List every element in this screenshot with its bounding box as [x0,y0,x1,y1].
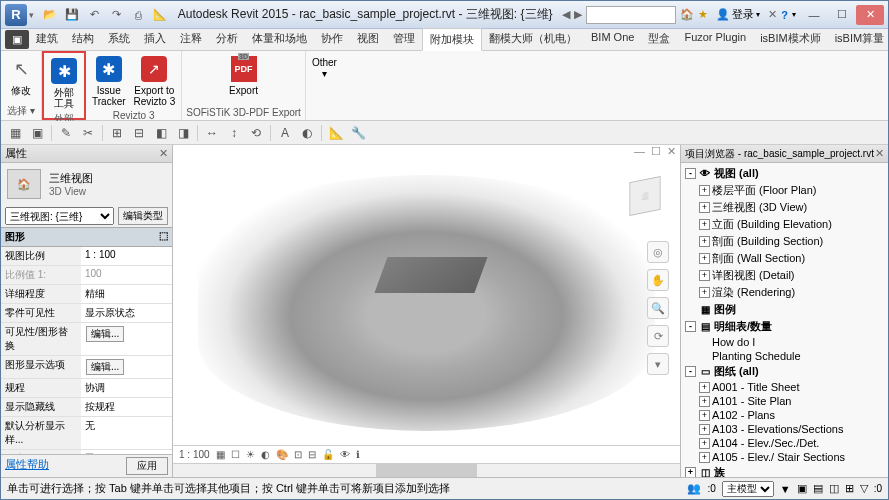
pan-icon[interactable]: ✋ [647,269,669,291]
tree-toggle-icon[interactable]: + [699,270,710,281]
tree-toggle-icon[interactable]: - [685,321,696,332]
workset-selector[interactable]: 主模型 [722,481,774,497]
tree-toggle-icon[interactable]: - [685,168,696,179]
props-row[interactable]: 零件可见性显示原状态 [1,304,172,323]
horizontal-scrollbar[interactable] [173,463,680,477]
viewcube[interactable]: ⬜ [620,171,670,221]
close-icon[interactable]: ✕ [159,147,168,160]
tree-item[interactable]: -▤明细表/数量 [683,318,886,335]
shadows-icon[interactable]: ◐ [261,449,270,460]
sb-sel3-icon[interactable]: ◫ [829,482,839,495]
tab-0[interactable]: 建筑 [29,28,65,51]
tb-btn-8[interactable]: ◨ [173,123,193,143]
tb-btn-12[interactable]: A [275,123,295,143]
tb-btn-15[interactable]: 🔧 [348,123,368,143]
edit-type-button[interactable]: 编辑类型 [118,207,168,225]
favorite-icon[interactable]: ★ [698,8,708,21]
qat-print-icon[interactable]: ⎙ [130,7,146,23]
hide-icon[interactable]: 👁 [340,449,350,460]
tree-item[interactable]: +A001 - Title Sheet [683,380,886,394]
props-row[interactable]: 图形显示选项编辑... [1,356,172,379]
qat-undo-icon[interactable]: ↶ [86,7,102,23]
tree-toggle-icon[interactable]: + [699,219,710,230]
tab-4[interactable]: 注释 [173,28,209,51]
zoom-icon[interactable]: 🔍 [647,297,669,319]
visual-style-icon[interactable]: ☐ [231,449,240,460]
tree-item[interactable]: +渲染 (Rendering) [683,284,886,301]
tb-btn-7[interactable]: ◧ [151,123,171,143]
tree-toggle-icon[interactable]: + [699,382,710,393]
qat-measure-icon[interactable]: 📐 [152,7,168,23]
tb-btn-1[interactable]: ▦ [5,123,25,143]
tree-toggle-icon[interactable]: - [685,366,696,377]
tab-11[interactable]: 翻模大师（机电） [482,28,584,51]
3d-canvas[interactable]: ⬜ ◎ ✋ 🔍 ⟳ ▾ [173,161,680,445]
tb-btn-5[interactable]: ⊞ [107,123,127,143]
vp-min-icon[interactable]: — [634,145,645,161]
sb-sel5-icon[interactable]: ▽ [860,482,868,495]
tree-item[interactable]: +A105 - Elev./ Stair Sections [683,450,886,464]
tab-9[interactable]: 管理 [386,28,422,51]
unlock-icon[interactable]: 🔓 [322,449,334,460]
sb-sel2-icon[interactable]: ▤ [813,482,823,495]
props-row[interactable]: 显示隐藏线按规程 [1,398,172,417]
tree-item[interactable]: -👁视图 (all) [683,165,886,182]
properties-panel-header[interactable]: 属性 ✕ [1,145,172,163]
tree-item[interactable]: +详图视图 (Detail) [683,267,886,284]
tb-btn-4[interactable]: ✂ [78,123,98,143]
sun-path-icon[interactable]: ☀ [246,449,255,460]
search-input[interactable] [586,6,676,24]
tree-toggle-icon[interactable]: + [699,202,710,213]
properties-help-link[interactable]: 属性帮助 [5,457,49,475]
props-row[interactable]: 详细程度精细 [1,285,172,304]
tree-toggle-icon[interactable]: + [699,236,710,247]
tb-btn-11[interactable]: ⟲ [246,123,266,143]
help-icon[interactable]: ? [781,9,788,21]
tb-btn-13[interactable]: ◐ [297,123,317,143]
tree-item[interactable]: +◫族 [683,464,886,477]
type-selector[interactable]: 三维视图: {三维} [5,207,114,225]
props-row[interactable]: 默认分析显示样...无 [1,417,172,450]
tab-13[interactable]: 型盒 [641,28,677,51]
tb-btn-6[interactable]: ⊟ [129,123,149,143]
close-button[interactable]: ✕ [856,5,884,25]
tab-10[interactable]: 附加模块 [422,28,482,51]
crop-icon[interactable]: ⊡ [294,449,302,460]
login-button[interactable]: 👤 登录 ▾ [712,7,764,22]
crop-visible-icon[interactable]: ⊟ [308,449,316,460]
nav-fwd-icon[interactable]: ▶ [574,8,582,21]
tree-toggle-icon[interactable]: + [699,452,710,463]
tab-12[interactable]: BIM One [584,28,641,51]
tree-item[interactable]: Planting Schedule [683,349,886,363]
qat-save-icon[interactable]: 💾 [64,7,80,23]
tab-2[interactable]: 系统 [101,28,137,51]
tree-item[interactable]: How do I [683,335,886,349]
qat-redo-icon[interactable]: ↷ [108,7,124,23]
scale-control[interactable]: 1 : 100 [179,449,210,460]
rendering-icon[interactable]: 🎨 [276,449,288,460]
reveal-icon[interactable]: ℹ [356,449,360,460]
tab-3[interactable]: 插入 [137,28,173,51]
other-button[interactable]: Other ▾ [310,53,339,81]
tb-btn-2[interactable]: ▣ [27,123,47,143]
modify-button[interactable]: ↖ 修改 [5,53,37,98]
tree-toggle-icon[interactable]: + [699,287,710,298]
tb-btn-9[interactable]: ↔ [202,123,222,143]
close-icon[interactable]: ✕ [875,147,884,160]
tb-btn-14[interactable]: 📐 [326,123,346,143]
tree-item[interactable]: +三维视图 (3D View) [683,199,886,216]
tab-1[interactable]: 结构 [65,28,101,51]
tab-16[interactable]: isBIM算量 [828,28,889,51]
vp-close-icon[interactable]: ✕ [667,145,676,161]
tb-btn-10[interactable]: ↕ [224,123,244,143]
props-row[interactable]: 比例值 1:100 [1,266,172,285]
tree-item[interactable]: ▦图例 [683,301,886,318]
tree-toggle-icon[interactable]: + [699,253,710,264]
tab-15[interactable]: isBIM模术师 [753,28,828,51]
tree-toggle-icon[interactable]: + [699,410,710,421]
minimize-button[interactable]: — [800,5,828,25]
tree-toggle-icon[interactable]: + [699,185,710,196]
tree-item[interactable]: +楼层平面 (Floor Plan) [683,182,886,199]
more-nav-icon[interactable]: ▾ [647,353,669,375]
tb-btn-3[interactable]: ✎ [56,123,76,143]
